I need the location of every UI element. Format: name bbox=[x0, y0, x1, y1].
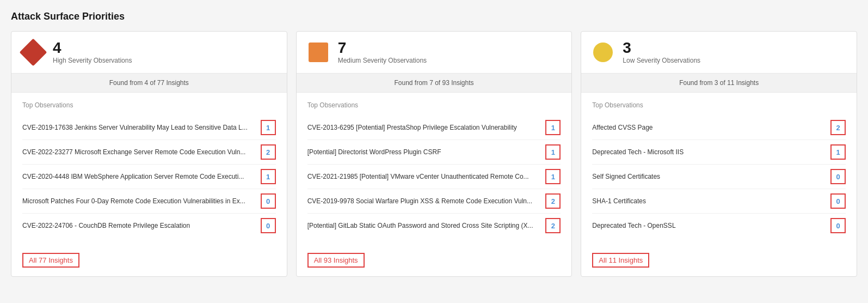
observation-item: [Potential] GitLab Static OAuth Password… bbox=[307, 214, 561, 238]
observation-list: Affected CVSS Page 2 Deprecated Tech - M… bbox=[592, 116, 846, 238]
observation-text: CVE-2022-23277 Microsoft Exchange Server… bbox=[22, 148, 261, 156]
card-body: Top Observations Affected CVSS Page 2 De… bbox=[581, 93, 857, 246]
low-severity-icon bbox=[593, 43, 613, 62]
observation-item: Deprecated Tech - OpenSSL 0 bbox=[592, 214, 846, 238]
observation-count: 0 bbox=[261, 218, 276, 233]
card-footer: All 11 Insights bbox=[581, 246, 857, 276]
severity-count: 4 bbox=[53, 40, 132, 56]
observation-item: CVE-2020-4448 IBM WebSphere Application … bbox=[22, 165, 276, 189]
observation-count: 1 bbox=[261, 169, 276, 184]
card-high: 4 High Severity Observations Found from … bbox=[11, 31, 287, 277]
observation-list: CVE-2013-6295 [Potential] PrestaShop Pri… bbox=[307, 116, 561, 238]
observation-text: CVE-2020-4448 IBM WebSphere Application … bbox=[22, 173, 261, 180]
card-body: Top Observations CVE-2013-6295 [Potentia… bbox=[297, 93, 572, 246]
observation-count: 1 bbox=[545, 120, 561, 135]
card-footer: All 93 Insights bbox=[297, 246, 572, 276]
observation-count: 2 bbox=[830, 120, 846, 135]
observation-count: 0 bbox=[830, 193, 846, 209]
observation-text: Deprecated Tech - Microsoft IIS bbox=[592, 148, 830, 156]
observation-item: SHA-1 Certificates 0 bbox=[592, 189, 846, 214]
observation-text: Microsoft Patches Four 0-Day Remote Code… bbox=[22, 197, 261, 205]
observation-text: Deprecated Tech - OpenSSL bbox=[592, 222, 830, 229]
observation-text: [Potential] Directorist WordPress Plugin… bbox=[307, 148, 546, 156]
severity-label: Medium Severity Observations bbox=[338, 57, 427, 64]
top-observations-label: Top Observations bbox=[22, 101, 276, 109]
observation-count: 1 bbox=[830, 144, 846, 160]
insights-link[interactable]: All 11 Insights bbox=[592, 253, 649, 268]
observation-text: CVE-2019-17638 Jenkins Server Vulnerabil… bbox=[22, 124, 261, 131]
top-observations-label: Top Observations bbox=[307, 101, 561, 109]
observation-item: CVE-2022-23277 Microsoft Exchange Server… bbox=[22, 140, 276, 165]
observation-text: SHA-1 Certificates bbox=[592, 197, 830, 205]
observation-count: 1 bbox=[545, 144, 561, 160]
observation-count: 2 bbox=[261, 144, 276, 160]
card-subheader: Found from 3 of 11 Insights bbox=[581, 74, 857, 93]
observation-item: Affected CVSS Page 2 bbox=[592, 116, 846, 140]
observation-text: CVE-2021-21985 [Potential] VMware vCente… bbox=[307, 173, 546, 180]
severity-info: 7 Medium Severity Observations bbox=[338, 40, 427, 64]
observation-count: 2 bbox=[545, 218, 561, 233]
observation-count: 0 bbox=[261, 193, 276, 209]
severity-info: 4 High Severity Observations bbox=[53, 40, 132, 64]
observation-count: 0 bbox=[830, 169, 846, 184]
insights-link[interactable]: All 77 Insights bbox=[22, 253, 79, 268]
observation-count: 2 bbox=[545, 193, 561, 209]
cards-container: 4 High Severity Observations Found from … bbox=[11, 31, 857, 277]
observation-text: Self Signed Certificates bbox=[592, 173, 830, 180]
severity-label: Low Severity Observations bbox=[623, 57, 700, 64]
card-header: 4 High Severity Observations bbox=[11, 32, 287, 74]
observation-item: Self Signed Certificates 0 bbox=[592, 165, 846, 189]
observation-item: Deprecated Tech - Microsoft IIS 1 bbox=[592, 140, 846, 165]
card-subheader: Found from 4 of 77 Insights bbox=[11, 74, 287, 93]
observation-count: 1 bbox=[545, 169, 561, 184]
severity-count: 7 bbox=[338, 40, 427, 56]
card-header: 7 Medium Severity Observations bbox=[297, 32, 572, 74]
observation-text: CVE-2019-9978 Social Warfare Plugin XSS … bbox=[307, 197, 546, 205]
card-footer: All 77 Insights bbox=[11, 246, 287, 276]
observation-item: CVE-2019-9978 Social Warfare Plugin XSS … bbox=[307, 189, 561, 214]
severity-label: High Severity Observations bbox=[53, 57, 132, 64]
observation-text: Affected CVSS Page bbox=[592, 124, 830, 131]
observation-count: 0 bbox=[830, 218, 846, 233]
observation-item: CVE-2021-21985 [Potential] VMware vCente… bbox=[307, 165, 561, 189]
observation-item: [Potential] Directorist WordPress Plugin… bbox=[307, 140, 561, 165]
card-low: 3 Low Severity Observations Found from 3… bbox=[581, 31, 857, 277]
page-title: Attack Surface Priorities bbox=[11, 11, 857, 22]
card-header: 3 Low Severity Observations bbox=[581, 32, 857, 74]
medium-severity-icon bbox=[309, 43, 328, 62]
observation-count: 1 bbox=[261, 120, 276, 135]
severity-info: 3 Low Severity Observations bbox=[623, 40, 700, 64]
card-subheader: Found from 7 of 93 Insights bbox=[297, 74, 572, 93]
observation-item: CVE-2022-24706 - CouchDB Remote Privileg… bbox=[22, 214, 276, 238]
observation-list: CVE-2019-17638 Jenkins Server Vulnerabil… bbox=[22, 116, 276, 238]
observation-text: CVE-2013-6295 [Potential] PrestaShop Pri… bbox=[307, 124, 546, 131]
observation-text: CVE-2022-24706 - CouchDB Remote Privileg… bbox=[22, 222, 261, 229]
observation-item: CVE-2019-17638 Jenkins Server Vulnerabil… bbox=[22, 116, 276, 140]
observation-item: Microsoft Patches Four 0-Day Remote Code… bbox=[22, 189, 276, 214]
insights-link[interactable]: All 93 Insights bbox=[307, 253, 365, 268]
top-observations-label: Top Observations bbox=[592, 101, 846, 109]
card-body: Top Observations CVE-2019-17638 Jenkins … bbox=[11, 93, 287, 246]
severity-count: 3 bbox=[623, 40, 700, 56]
high-severity-icon bbox=[20, 39, 47, 66]
observation-item: CVE-2013-6295 [Potential] PrestaShop Pri… bbox=[307, 116, 561, 140]
card-medium: 7 Medium Severity Observations Found fro… bbox=[296, 31, 572, 277]
observation-text: [Potential] GitLab Static OAuth Password… bbox=[307, 222, 546, 229]
